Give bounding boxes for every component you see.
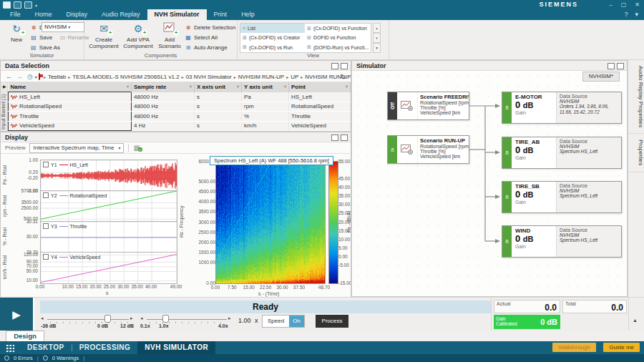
speed-slider[interactable] xyxy=(147,319,227,320)
collapse-ribbon-icon[interactable]: ▾ xyxy=(635,9,638,20)
breadcrumb-item[interactable]: UP xyxy=(291,74,298,80)
add-scenario-button[interactable]: + Add Scenario xyxy=(156,21,183,49)
ribbon-tab-file[interactable]: File xyxy=(3,9,28,20)
view-item[interactable]: ⊞(Cx-DOFID) vs Creator xyxy=(240,33,305,42)
walkthrough-button[interactable]: Walkthrough xyxy=(552,343,596,352)
filter-caret-icon[interactable]: ▾ xyxy=(237,84,239,89)
save-as-button[interactable]: ▤Save As xyxy=(30,42,60,52)
workspace-tab-processing[interactable]: PROCESSING xyxy=(72,341,138,354)
breadcrumb-item[interactable]: 03 NVH Simulator xyxy=(186,74,232,80)
maximize-panel-icon[interactable] xyxy=(341,63,348,69)
maximize-panel-icon[interactable] xyxy=(341,134,348,141)
component-node-tire_ab[interactable]: δTIRE_AB0 dBGainData SourceNVHSIMSpectru… xyxy=(502,137,622,169)
column-header[interactable]: X axis unit▾ xyxy=(195,82,242,92)
input-basket-strip[interactable]: ▶ Input Basket (1) xyxy=(1,82,8,131)
back-icon[interactable]: ← xyxy=(6,73,12,80)
table-row[interactable]: VehicleSpeed4 Hzskm/hVehicleSpeed xyxy=(9,121,351,131)
history-icon[interactable]: ◷ xyxy=(27,73,33,80)
apps-grid-icon[interactable] xyxy=(6,344,14,352)
ribbon-tab-home[interactable]: Home xyxy=(28,9,59,20)
delete-selection-button[interactable]: ⊗Delete Selection xyxy=(185,22,238,32)
collapse-panel-icon[interactable]: ▲ xyxy=(633,318,638,323)
qat-dropdown-icon[interactable]: ▾ xyxy=(35,3,37,8)
breadcrumb-item[interactable]: TESLA-MODEL-S NVHSIM 2506SL1 v1.2 xyxy=(72,74,179,80)
side-tab-audio-replay-properties[interactable]: Audio Replay Properties xyxy=(628,60,644,134)
spectrogram-canvas[interactable] xyxy=(215,161,326,284)
rename-button[interactable]: ▭Rename xyxy=(60,32,84,42)
component-state[interactable]: δ xyxy=(502,226,512,257)
component-state[interactable]: δ xyxy=(502,137,512,168)
new-button[interactable]: ↻+ New xyxy=(0,21,33,43)
save-icon[interactable] xyxy=(14,1,21,9)
table-row[interactable]: HS_Left48000 HzsPaHS_Left xyxy=(9,92,351,102)
slider-right-arrow-icon[interactable]: ▸ xyxy=(130,315,133,321)
print-icon[interactable] xyxy=(24,1,32,9)
tab-design[interactable]: Design xyxy=(6,331,44,341)
slider-right-arrow-icon[interactable]: ▸ xyxy=(228,315,231,321)
workspace-tab-desktop[interactable]: DESKTOP xyxy=(20,341,72,354)
view-item[interactable]: ⊞(DOFID-Run) vs Functi... xyxy=(305,43,371,52)
volume-slider-thumb[interactable] xyxy=(104,315,111,323)
help-icon[interactable]: ? xyxy=(624,9,628,20)
workspace-tab-nvh-simulator[interactable]: NVH SIMULATOR xyxy=(137,341,215,354)
process-button[interactable]: Process xyxy=(316,315,348,328)
side-tab-properties[interactable]: Properties xyxy=(628,134,644,172)
component-node-wind[interactable]: δWIND0 dBGainData SourceNVHSIMSpectrum H… xyxy=(502,225,622,258)
breadcrumb-item[interactable]: Testlab xyxy=(48,74,66,80)
forward-icon[interactable]: → xyxy=(16,73,23,80)
scenario-node-scenario-run-up[interactable]: δScenario RUN-UPRotationalSpeed [rpmThro… xyxy=(387,135,469,164)
scenario-state[interactable]: Off xyxy=(388,92,397,119)
speed-toggle[interactable]: Speed On xyxy=(262,315,305,328)
component-node-e-motor[interactable]: δE-MOTOR0 dBGainData SourceNVHSIMOrders … xyxy=(502,92,622,124)
spectrogram-area[interactable]: Spectrum HS_Left (A) WF 488 [550-5616.8 … xyxy=(1,154,351,298)
column-header[interactable]: Sample rate▾ xyxy=(132,82,195,92)
play-button[interactable]: ▶ xyxy=(0,298,34,331)
refresh-icon[interactable]: ↻ xyxy=(341,73,346,81)
component-state[interactable]: δ xyxy=(502,182,512,212)
component-node-tire_sb[interactable]: δTIRE_SB0 dBGainData SourceNVHSIMSpectru… xyxy=(502,181,622,213)
view-item[interactable]: ⊞DOFID vs Function xyxy=(305,33,371,42)
close-button[interactable]: ✕ xyxy=(635,0,640,9)
speed-toggle-state[interactable]: On xyxy=(289,315,304,327)
maximize-button[interactable]: ▢ xyxy=(621,0,627,9)
table-row[interactable]: RotationalSpeed48000 HzsrpmRotationalSpe… xyxy=(9,102,351,112)
history-dropdown-icon[interactable]: ▾ xyxy=(35,74,37,79)
column-header[interactable]: Y axis unit▾ xyxy=(242,82,289,92)
preset-dropdown[interactable]: NVHSIM ▾ xyxy=(42,22,84,32)
select-all-button[interactable]: ▦Select All xyxy=(185,32,238,42)
slider-left-arrow-icon[interactable]: ◂ xyxy=(140,315,143,321)
auto-arrange-button[interactable]: ⊞Auto Arrange xyxy=(185,42,238,52)
float-panel-icon[interactable] xyxy=(331,134,338,141)
component-state[interactable]: δ xyxy=(502,92,512,123)
column-header[interactable]: Name▾ xyxy=(9,82,132,92)
scenario-node-scenario-freedrive[interactable]: OffScenario FREEDRIVERotationalSpeed [rp… xyxy=(387,92,469,120)
ribbon-tab-audio-replay[interactable]: Audio Replay xyxy=(94,9,147,20)
create-component-button[interactable]: ✉+ Create Component xyxy=(87,21,120,49)
display-type-dropdown[interactable]: Interactive Spectrum map, Time▾ xyxy=(29,143,124,153)
filter-caret-icon[interactable]: ▾ xyxy=(190,84,192,89)
slider-left-arrow-icon[interactable]: ◂ xyxy=(41,315,44,321)
view-item[interactable]: ⊞(Cx-DOFID) vs Run xyxy=(240,43,305,52)
gallery-down-icon[interactable]: ▾ xyxy=(373,33,381,43)
speed-slider-thumb[interactable] xyxy=(162,315,169,323)
ribbon-tab-display[interactable]: Display xyxy=(59,9,95,20)
ribbon-tab-help[interactable]: Help xyxy=(234,9,262,20)
float-panel-icon[interactable] xyxy=(331,63,338,69)
save-button[interactable]: ▤Save xyxy=(30,32,60,42)
ribbon-tab-print[interactable]: Print xyxy=(207,9,235,20)
table-row[interactable]: Throttle48000 Hzs%Throttle xyxy=(9,112,351,122)
volume-slider[interactable] xyxy=(47,319,129,320)
column-header[interactable]: Point▾ xyxy=(289,82,351,92)
filter-caret-icon[interactable]: ▾ xyxy=(127,84,129,89)
filter-caret-icon[interactable]: ▾ xyxy=(346,84,348,89)
scenario-state[interactable]: δ xyxy=(388,136,397,163)
ribbon-tab-nvh-simulator[interactable]: NVH Simulator xyxy=(147,9,207,20)
gallery-up-icon[interactable]: ▴ xyxy=(373,23,381,33)
speed-toggle-label[interactable]: Speed xyxy=(263,315,289,327)
guide-me-button[interactable]: Guide me xyxy=(603,343,640,352)
breadcrumb-item[interactable]: NVHSIM RUN-UP xyxy=(238,74,284,80)
filter-caret-icon[interactable]: ▾ xyxy=(284,84,286,89)
add-display-icon[interactable]: ▦+ xyxy=(133,144,140,152)
view-item[interactable]: ≡List xyxy=(240,24,305,33)
add-vpa-component-button[interactable]: ⚙+ Add VPA Component xyxy=(122,21,155,49)
